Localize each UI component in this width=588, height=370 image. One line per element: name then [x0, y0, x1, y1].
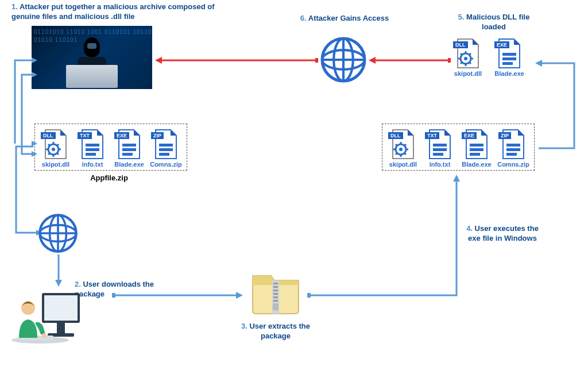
svg-point-6	[464, 57, 467, 60]
svg-rect-87	[273, 286, 278, 288]
svg-rect-42	[159, 153, 169, 156]
step-4-num: 4.	[466, 224, 473, 233]
archive-left-txt: TXT info.txt	[75, 129, 110, 168]
svg-rect-53	[433, 144, 447, 147]
svg-rect-89	[273, 293, 278, 295]
step-4-label: 4. User executes the exe file in Windows	[465, 224, 540, 244]
archive-right-zip: ZIP Comns.zip	[496, 129, 531, 168]
svg-marker-65	[32, 72, 37, 78]
archive-left-txt-badge: TXT	[78, 132, 92, 139]
file-dll-loaded: DLL skipot.dll	[451, 38, 485, 77]
step-5-label: 5. Malicious DLL file loaded	[448, 13, 540, 32]
svg-line-51	[396, 153, 397, 155]
svg-rect-16	[502, 57, 516, 60]
svg-rect-90	[273, 296, 278, 298]
archive-left-zip: ZIP Comns.zip	[149, 129, 183, 168]
svg-rect-41	[159, 148, 173, 151]
archive-left: DLL skipot.dll TXT info.txt EXE Blade.ex…	[34, 124, 187, 171]
svg-rect-17	[502, 62, 513, 65]
arrow-zip-to-archive	[307, 172, 468, 302]
svg-rect-54	[433, 148, 447, 151]
attacker-image	[32, 26, 152, 89]
archive-left-exe-name: Blade.exe	[114, 161, 144, 168]
archive-right-dll-name: skipot.dll	[389, 161, 417, 168]
user-at-computer-icon	[9, 287, 83, 352]
archive-right-txt-badge: TXT	[425, 132, 439, 139]
archive-left-exe-badge: EXE	[114, 132, 129, 139]
archive-right-exe: EXE Blade.exe	[459, 129, 494, 168]
loaded-files: DLL skipot.dll EXE Blade.exe	[451, 38, 527, 77]
file-exe-loaded: EXE Blade.exe	[492, 38, 527, 77]
svg-marker-23	[155, 57, 162, 64]
svg-rect-40	[159, 144, 173, 147]
svg-line-31	[57, 153, 59, 155]
svg-line-32	[48, 153, 50, 155]
arrow-archive-to-loaded	[528, 57, 586, 155]
arrow-user-to-zip	[112, 290, 244, 301]
arrow-globe-to-attacker	[154, 55, 318, 66]
exe-badge: EXE	[494, 41, 509, 48]
archive-left-dll-name: skipot.dll	[42, 161, 69, 168]
archive-right-exe-name: Blade.exe	[462, 161, 491, 168]
globe-icon-top	[319, 36, 368, 86]
svg-line-12	[469, 62, 471, 64]
svg-rect-15	[502, 53, 516, 56]
step-3-num: 3.	[241, 322, 247, 330]
archive-left-txt-name: info.txt	[82, 161, 103, 168]
attacker-head	[84, 37, 100, 57]
svg-marker-20	[369, 57, 376, 64]
dll-badge: DLL	[453, 41, 468, 48]
globe-icon-bottom	[37, 213, 79, 256]
archive-left-exe: EXE Blade.exe	[112, 129, 146, 168]
step-3-text: User extracts the package	[249, 322, 310, 340]
svg-rect-34	[86, 144, 99, 147]
svg-marker-95	[535, 60, 542, 67]
archive-left-zip-badge: ZIP	[151, 132, 164, 139]
archive-right: DLL skipot.dll TXT info.txt EXE Blade.ex…	[382, 124, 535, 171]
step-1-num: 1.	[11, 2, 18, 11]
svg-marker-94	[453, 175, 460, 182]
svg-marker-73	[55, 280, 62, 287]
svg-rect-58	[470, 153, 480, 156]
archive-right-dll-badge: DLL	[388, 132, 403, 139]
svg-line-13	[461, 62, 462, 64]
exe-loaded-name: Blade.exe	[494, 70, 524, 77]
svg-rect-88	[273, 290, 278, 291]
svg-rect-75	[44, 295, 78, 321]
svg-rect-61	[506, 153, 517, 156]
svg-rect-59	[506, 144, 520, 147]
arrow-globe-to-user	[52, 255, 65, 288]
svg-line-14	[469, 53, 471, 55]
archive-right-txt-name: info.txt	[430, 161, 451, 168]
archive-right-txt: TXT info.txt	[423, 129, 457, 168]
step-1-text: Attacker put together a malicious archiv…	[11, 2, 215, 21]
step-6-text: Attacker Gains Access	[308, 14, 389, 22]
arrow-files-to-globe	[368, 55, 451, 66]
svg-line-52	[404, 144, 406, 146]
svg-line-33	[57, 144, 59, 146]
step-6-num: 6.	[300, 14, 307, 22]
step-3-label: 3. User extracts the package	[235, 322, 316, 341]
svg-line-50	[404, 153, 406, 155]
archive-right-exe-badge: EXE	[462, 132, 477, 139]
svg-rect-19	[448, 58, 451, 63]
zip-folder-icon	[247, 263, 304, 319]
svg-rect-83	[112, 293, 115, 298]
svg-rect-22	[315, 58, 318, 63]
step-6-label: 6. Attacker Gains Access	[287, 14, 402, 24]
svg-rect-35	[86, 148, 99, 151]
svg-rect-57	[470, 148, 483, 151]
svg-rect-36	[86, 153, 96, 156]
svg-rect-37	[122, 144, 136, 147]
step-1-label: 1. Attacker put together a malicious arc…	[11, 2, 241, 22]
dll-loaded-name: skipot.dll	[454, 70, 482, 77]
svg-rect-93	[307, 293, 311, 298]
step-5-num: 5.	[458, 13, 465, 21]
svg-rect-38	[122, 148, 136, 151]
svg-rect-60	[506, 148, 520, 151]
svg-rect-56	[470, 144, 483, 147]
attacker-laptop	[66, 65, 118, 88]
svg-marker-62	[32, 57, 37, 63]
step-5-text: Malicious DLL file loaded	[466, 13, 529, 31]
svg-rect-76	[57, 323, 65, 333]
